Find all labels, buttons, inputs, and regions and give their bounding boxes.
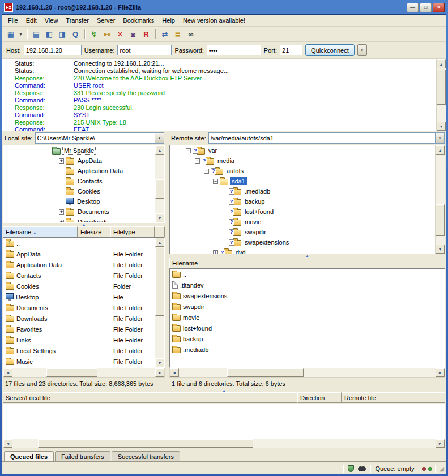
quickconnect-button[interactable]: Quickconnect	[305, 44, 355, 56]
column-header-filesize[interactable]: Filesize	[78, 226, 110, 237]
log-vertical-scrollbar[interactable]	[436, 59, 446, 131]
file-row[interactable]: backup	[170, 333, 445, 344]
scroll-left-icon[interactable]	[3, 439, 12, 448]
scroll-down-icon[interactable]	[155, 358, 164, 367]
expand-icon[interactable]	[59, 158, 64, 164]
menu-server[interactable]: Server	[93, 16, 119, 25]
menu-new-version[interactable]: New version available!	[179, 16, 249, 25]
menu-file[interactable]: File	[4, 16, 22, 25]
message-log[interactable]: Status:Connecting to 192.168.1.20:21... …	[2, 59, 446, 131]
file-row[interactable]: AppDataFile Folder	[3, 248, 164, 259]
scroll-right-icon[interactable]	[436, 368, 445, 377]
remote-site-combo[interactable]: /var/media/autofs/sda1	[208, 132, 445, 144]
scroll-up-icon[interactable]	[155, 145, 164, 155]
column-header-filename[interactable]: Filename	[3, 226, 78, 237]
file-row[interactable]: DocumentsFile Folder	[3, 302, 164, 313]
column-header-filename[interactable]: Filename	[169, 258, 445, 268]
tree-item-downloads[interactable]: Downloads	[3, 217, 164, 223]
combo-dropdown-icon[interactable]	[435, 133, 444, 143]
tree-item-var[interactable]: var	[170, 145, 445, 156]
minimize-button[interactable]: —	[407, 3, 419, 12]
tree-item-sda1[interactable]: sda1	[170, 176, 445, 186]
column-header-server-local-file[interactable]: Server/Local file	[3, 392, 297, 403]
menu-view[interactable]: View	[41, 16, 62, 25]
scroll-down-icon[interactable]	[155, 213, 164, 222]
tree-item-backup[interactable]: backup	[170, 196, 445, 207]
queue-horizontal-scrollbar[interactable]	[3, 439, 445, 448]
tree-item-documents[interactable]: Documents	[3, 207, 164, 217]
find-files-icon[interactable]: ∞	[185, 28, 197, 40]
combo-dropdown-icon[interactable]	[155, 133, 164, 143]
host-input[interactable]	[24, 45, 82, 55]
tree-item-contacts[interactable]: Contacts	[3, 176, 164, 186]
command-key-icon[interactable]: ⊷	[101, 28, 113, 40]
menu-transfer[interactable]: Transfer	[62, 16, 93, 25]
tree-item-mediadb[interactable]: .mediadb	[170, 186, 445, 196]
file-row[interactable]: Local SettingsFile Folder	[3, 345, 164, 356]
column-header-direction[interactable]: Direction	[297, 392, 342, 403]
site-manager-dropdown-icon[interactable]: ▾	[18, 28, 24, 40]
maximize-button[interactable]: □	[420, 3, 432, 12]
file-row[interactable]: FavoritesFile Folder	[3, 324, 164, 335]
tab-queued-files[interactable]: Queued files	[4, 451, 54, 462]
menu-help[interactable]: Help	[158, 16, 179, 25]
tree-item-dvd[interactable]: dvd	[170, 247, 445, 254]
tree-item-swapdir[interactable]: swapdir	[170, 227, 445, 237]
shield-icon[interactable]	[348, 465, 354, 472]
quickconnect-dropdown-icon[interactable]	[357, 44, 367, 56]
menu-bookmarks[interactable]: Bookmarks	[119, 16, 158, 25]
collapse-icon[interactable]	[204, 169, 209, 174]
scroll-right-icon[interactable]	[436, 439, 445, 448]
binoculars-icon[interactable]	[358, 466, 366, 471]
file-row[interactable]: swapextensions	[170, 290, 445, 301]
expand-icon[interactable]	[59, 209, 64, 215]
scroll-down-icon[interactable]	[436, 245, 445, 254]
scroll-up-icon[interactable]	[437, 59, 446, 68]
tree-item-desktop[interactable]: Desktop	[3, 196, 164, 207]
column-header-filetype[interactable]: Filetype	[110, 226, 155, 237]
file-row[interactable]: Application DataFile Folder	[3, 259, 164, 270]
synchronized-browsing-icon[interactable]: ⇄	[159, 28, 171, 40]
tree-item-application-data[interactable]: Application Data	[3, 166, 164, 176]
toggle-local-tree-icon[interactable]: ◧	[43, 28, 56, 40]
menu-edit[interactable]: Edit	[22, 16, 41, 25]
remote-file-list[interactable]: .. .titandev swapextensions swapdir movi…	[169, 268, 445, 368]
file-row[interactable]: .mediadb	[170, 344, 445, 355]
local-directory-tree[interactable]: Mr Sparkle AppData Application Data Cont…	[3, 145, 165, 223]
port-input[interactable]	[280, 45, 302, 55]
local-list-vertical-scrollbar[interactable]	[155, 238, 164, 367]
connect-icon[interactable]: ↯	[88, 28, 100, 40]
directory-comparison-icon[interactable]: ≣	[172, 28, 184, 40]
expand-icon[interactable]	[213, 250, 218, 255]
resize-grip[interactable]: ◢	[440, 466, 444, 472]
file-row[interactable]: DesktopFile	[3, 291, 164, 302]
file-row[interactable]: movie	[170, 312, 445, 323]
file-row[interactable]: ..	[170, 269, 445, 280]
tree-item-mr-sparkle[interactable]: Mr Sparkle	[3, 145, 164, 156]
titlebar[interactable]: Fz 192.168.1.20 - root@192.168.1.20 - Fi…	[2, 0, 446, 14]
abort-icon[interactable]: ✕	[114, 28, 126, 40]
remote-tree-vertical-scrollbar[interactable]	[435, 145, 445, 254]
reconnect-icon[interactable]: R	[140, 28, 152, 40]
tree-item-cookies[interactable]: Cookies	[3, 186, 164, 196]
file-row[interactable]: swapdir	[170, 301, 445, 312]
expand-icon[interactable]	[59, 220, 64, 224]
collapse-icon[interactable]	[213, 179, 218, 184]
file-row[interactable]: CookiesFolder	[3, 281, 164, 291]
local-horizontal-scrollbar[interactable]	[3, 368, 165, 378]
password-input[interactable]	[207, 45, 261, 55]
tab-failed-transfers[interactable]: Failed transfers	[55, 451, 110, 462]
tree-item-swapextensions[interactable]: swapextensions	[170, 237, 445, 247]
toggle-queue-icon[interactable]: Q	[69, 28, 82, 40]
scroll-up-icon[interactable]	[436, 145, 445, 155]
file-row[interactable]: MusicFile Folder	[3, 356, 164, 367]
site-manager-button-icon[interactable]: ▦	[5, 28, 17, 40]
toggle-message-log-icon[interactable]: ▤	[30, 28, 42, 40]
file-row[interactable]: LinksFile Folder	[3, 335, 164, 345]
close-button[interactable]: ✕	[433, 3, 445, 12]
tree-item-autofs[interactable]: autofs	[170, 166, 445, 176]
tree-item-appdata[interactable]: AppData	[3, 156, 164, 166]
scroll-right-icon[interactable]	[155, 368, 164, 377]
collapse-icon[interactable]	[195, 158, 200, 164]
remote-horizontal-scrollbar[interactable]	[169, 368, 445, 378]
